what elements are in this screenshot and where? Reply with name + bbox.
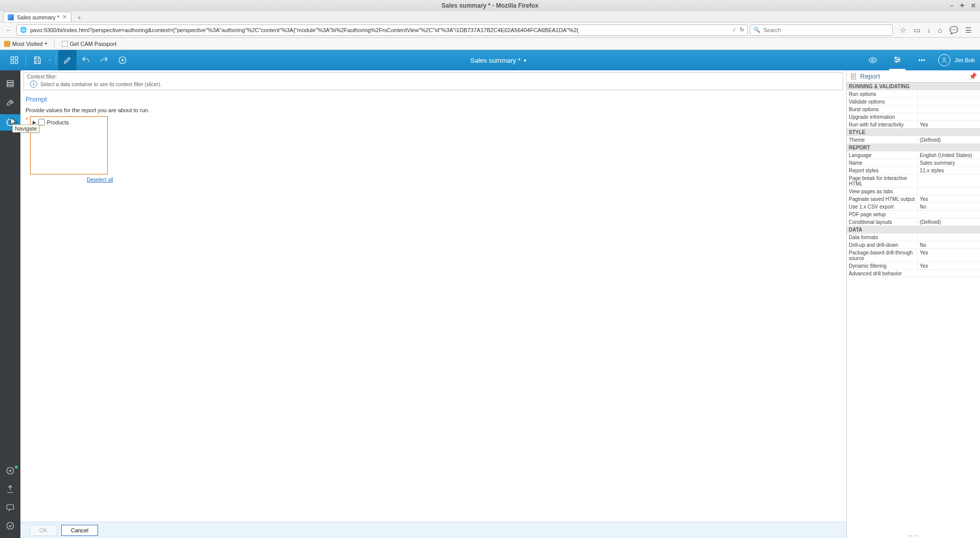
svg-rect-15 <box>7 85 13 87</box>
home-icon[interactable]: ⌂ <box>938 26 942 34</box>
context-filter-message: Select a data container to see its conte… <box>40 82 161 87</box>
prop-row[interactable]: Advanced drill behavior <box>847 270 980 277</box>
bookmark-star-icon[interactable]: ☆ <box>900 26 906 34</box>
prop-row[interactable]: Data formats <box>847 234 980 241</box>
browser-tab[interactable]: Sales summary * ✕ <box>3 12 71 22</box>
prop-row[interactable]: Burst options <box>847 106 980 113</box>
reload-icon[interactable]: ↻ <box>740 27 744 33</box>
prop-row[interactable]: Run with full interactivityYes <box>847 121 980 129</box>
reader-mode-icon[interactable]: ✓ <box>732 27 737 33</box>
url-input[interactable] <box>30 27 729 33</box>
properties-title: Report <box>860 72 880 80</box>
prop-row[interactable]: View pages as tabs <box>847 188 980 195</box>
chevron-down-icon <box>47 56 53 65</box>
prop-row[interactable]: Use 1.x CSV exportNo <box>847 203 980 211</box>
tab-label: Sales summary * <box>17 14 59 20</box>
svg-rect-18 <box>7 505 14 509</box>
report-icon <box>850 73 857 80</box>
prop-row[interactable]: Theme(Defined) <box>847 136 980 144</box>
tree-item[interactable]: ▶ Products <box>33 119 105 125</box>
rail-chat-button[interactable] <box>0 499 20 516</box>
window-titlebar: Sales summary * - Mozilla Firefox – ✦ ✕ <box>0 0 980 11</box>
expand-icon[interactable]: ▶ <box>33 120 36 125</box>
user-menu[interactable]: Jim Bob <box>938 54 975 66</box>
prop-row[interactable]: Upgrade information <box>847 113 980 121</box>
toolbar-separator <box>56 54 56 66</box>
menu-icon[interactable]: ☰ <box>965 26 972 34</box>
rail-add-button[interactable] <box>0 463 20 479</box>
prop-row[interactable]: LanguageEnglish (United States) <box>847 151 980 159</box>
chat-icon <box>6 503 15 512</box>
bookmark-most-visited[interactable]: Most Visited ▾ <box>4 41 47 47</box>
prompt-footer: OK Cancel <box>20 522 846 538</box>
prompt-area: Prompt Provide values for the report you… <box>20 92 846 522</box>
rail-toolbox-button[interactable] <box>0 95 20 111</box>
edit-button[interactable] <box>58 50 77 70</box>
prop-row[interactable]: NameSales summary <box>847 159 980 167</box>
tab-close-button[interactable]: ✕ <box>62 14 67 20</box>
downloads-icon[interactable]: ↓ <box>927 26 931 34</box>
document-dropdown[interactable]: ▾ <box>524 58 526 63</box>
pin-icon[interactable]: 📌 <box>969 72 977 80</box>
plus-circle-icon <box>6 466 15 475</box>
svg-point-9 <box>919 60 920 61</box>
nav-back-button[interactable]: ← <box>3 24 14 36</box>
prop-row[interactable]: Report styles11.x styles <box>847 167 980 174</box>
browser-tabstrip: Sales summary * ✕ ＋ <box>0 11 980 22</box>
preview-button[interactable] <box>865 50 881 70</box>
svg-point-19 <box>7 522 14 529</box>
prop-row[interactable]: Page break for interactive HTML <box>847 174 980 188</box>
prop-row[interactable]: Validate options <box>847 98 980 106</box>
prop-row[interactable]: Drill-up and drill-downNo <box>847 241 980 249</box>
properties-panel: Report 📌 RUNNING & VALIDATING Run option… <box>846 70 980 538</box>
deselect-all-link[interactable]: Deselect all <box>87 177 113 183</box>
prompt-tree[interactable]: ▶ Products <box>30 116 108 174</box>
info-icon: i <box>30 81 37 88</box>
svg-rect-3 <box>15 61 18 64</box>
undo-button[interactable] <box>77 50 95 70</box>
svg-point-7 <box>898 59 900 60</box>
prompt-description: Provide values for the report you are ab… <box>26 107 841 113</box>
prompt-title: Prompt <box>26 95 841 103</box>
window-minimize-button[interactable]: – <box>950 2 953 9</box>
save-dropdown-button[interactable] <box>46 50 54 70</box>
save-button[interactable] <box>28 50 46 70</box>
more-button[interactable] <box>914 50 930 70</box>
chat-icon[interactable]: 💬 <box>949 26 958 34</box>
bookmark-get-cam[interactable]: Get CAM Passport <box>62 41 117 47</box>
search-bar[interactable]: 🔍 <box>750 24 893 36</box>
window-maximize-button[interactable]: ✦ <box>960 2 965 9</box>
prop-row[interactable]: PDF page setup <box>847 211 980 218</box>
rail-data-button[interactable] <box>0 75 20 92</box>
rail-check-button[interactable] <box>0 518 20 534</box>
redo-button[interactable] <box>95 50 113 70</box>
prop-row[interactable]: Package-based drill-through sourceYes <box>847 249 980 262</box>
bookmarks-bar: Most Visited ▾ Get CAM Passport <box>0 38 980 50</box>
app-home-button[interactable] <box>5 50 23 70</box>
pencil-icon <box>63 56 72 65</box>
undo-icon <box>81 56 90 65</box>
section-style: STYLE <box>847 129 980 136</box>
browser-navbar: ← 🌐 ✓ ↻ 🔍 ☆ ▭ ↓ ⌂ 💬 ☰ <box>0 22 980 38</box>
url-bar[interactable]: 🌐 ✓ ↻ <box>16 24 748 36</box>
search-input[interactable] <box>764 27 889 33</box>
document-title: Sales summary * <box>471 57 521 64</box>
properties-button[interactable] <box>889 50 905 70</box>
prop-row[interactable]: Run options <box>847 90 980 98</box>
ok-button[interactable]: OK <box>30 525 57 536</box>
run-button[interactable] <box>113 50 132 70</box>
svg-rect-0 <box>11 57 13 59</box>
prop-row[interactable]: Conditional layouts(Defined) <box>847 218 980 226</box>
prop-row[interactable]: Paginate saved HTML outputYes <box>847 195 980 203</box>
eye-icon <box>868 56 877 65</box>
user-name: Jim Bob <box>954 57 975 63</box>
tree-item-label: Products <box>47 119 69 125</box>
cancel-button[interactable]: Cancel <box>61 525 98 536</box>
pocket-icon[interactable]: ▭ <box>914 26 920 34</box>
properties-header: Report 📌 <box>847 70 980 83</box>
panel-resize-handle[interactable]: •••• <box>847 534 980 538</box>
prop-row[interactable]: Dynamic filteringYes <box>847 262 980 270</box>
window-close-button[interactable]: ✕ <box>971 2 976 9</box>
rail-upload-button[interactable] <box>0 481 20 497</box>
new-tab-button[interactable]: ＋ <box>74 13 85 22</box>
